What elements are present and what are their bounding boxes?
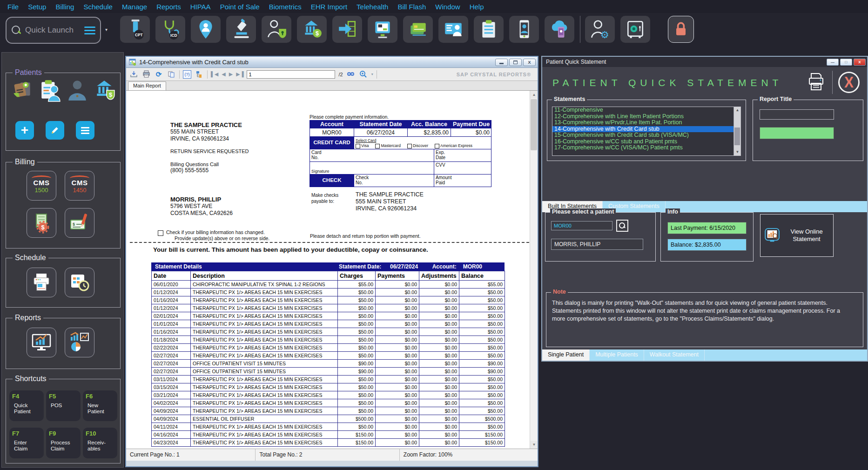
scroll-up-icon[interactable]: ▲ [734, 107, 741, 114]
statement-mode-tab[interactable]: Multiple Patients [590, 349, 644, 361]
data-vault-button[interactable] [620, 16, 650, 43]
bank-deposits-button[interactable]: $ [297, 16, 327, 43]
qs-minimize-button[interactable]: — [827, 59, 839, 66]
menu-item[interactable]: Reports [152, 1, 186, 13]
zoom-caret-icon[interactable]: ▾ [371, 72, 373, 76]
shortcut-tile[interactable]: F9 Process Claim [46, 428, 81, 458]
payments-button[interactable] [403, 16, 433, 43]
statement-list-item[interactable]: 12-Comprehensive with Line Item Patient … [552, 114, 740, 120]
refresh-report-button[interactable]: ⟳ [154, 70, 163, 79]
cms-1450-button[interactable]: CMS 1450 [65, 171, 94, 201]
prev-page-button[interactable]: ◀ [222, 71, 225, 77]
shortcut-tile[interactable]: F4 Quick Patient [9, 390, 44, 421]
menu-item[interactable]: Window [431, 1, 464, 13]
report-viewer-button[interactable] [27, 328, 56, 357]
patient-id-card-button[interactable] [438, 16, 468, 43]
page-number-input[interactable] [247, 70, 335, 79]
menu-item[interactable]: Billing [51, 1, 79, 13]
report-title-input[interactable] [760, 109, 834, 120]
patient-list-button[interactable] [76, 121, 94, 140]
group-tree-button[interactable] [195, 70, 204, 79]
qs-restore-button[interactable]: □ [840, 59, 852, 66]
tab-main-report[interactable]: Main Report [128, 81, 166, 90]
patient-cards-icon[interactable] [11, 79, 34, 104]
statement-mode-tab[interactable]: Single Patient [542, 349, 590, 361]
cpt-codes-button[interactable]: CPT [120, 16, 150, 43]
find-text-button[interactable] [346, 70, 356, 79]
close-button[interactable]: X [523, 59, 536, 66]
icd-codes-button[interactable]: ICD [155, 16, 185, 43]
minimize-button[interactable] [495, 59, 508, 66]
menu-item[interactable]: Bill Flash [393, 1, 431, 13]
qs-dialog-close-button[interactable]: X [838, 72, 860, 93]
first-page-button[interactable]: ▌◀ [211, 71, 218, 77]
statement-list-item[interactable]: 14-Comprehensive with Credit Card stub [552, 126, 740, 133]
menu-item[interactable]: Point of Sale [215, 1, 264, 13]
scroll-thumb[interactable] [531, 99, 537, 150]
menu-item[interactable]: Help [465, 1, 489, 13]
print-report-button[interactable] [141, 70, 151, 79]
quick-launch-caret-icon[interactable]: ▾ [105, 27, 108, 32]
menu-item[interactable]: HIPAA [186, 1, 215, 13]
process-statements-button[interactable]: $ [27, 208, 56, 238]
cloud-mobile-sync-button[interactable] [545, 16, 574, 43]
analytics-button[interactable] [65, 328, 94, 357]
next-page-button[interactable]: ▶ [229, 71, 233, 77]
print-statement-button[interactable] [806, 72, 826, 92]
shortcut-tile[interactable]: F7 Enter Claim [9, 428, 44, 458]
report-title-color-swatch[interactable] [760, 127, 834, 139]
patient-chart-icon[interactable] [38, 79, 61, 104]
user-settings-button[interactable]: ⚙ [585, 16, 615, 43]
zoom-button[interactable] [359, 70, 368, 79]
qs-close-button[interactable]: X [854, 59, 866, 66]
data-import-button[interactable] [332, 16, 362, 43]
menu-item[interactable]: File [3, 1, 23, 13]
lock-session-button[interactable] [668, 16, 694, 43]
patient-billing-icon[interactable]: $ [93, 79, 116, 104]
statement-list-item[interactable]: 17-Comprehensive w/CC (VISA/MC) Patient … [552, 145, 740, 151]
statements-scrollbar[interactable]: ▲ ▼ [733, 107, 740, 155]
scroll-up-icon[interactable]: ▲ [530, 91, 538, 99]
menu-item[interactable]: EHR Import [306, 1, 352, 13]
copy-button[interactable] [167, 70, 176, 79]
menu-item[interactable]: Telehealth [352, 1, 393, 13]
cms-1500-button[interactable]: CMS 1500 [27, 171, 56, 201]
report-scrollbar[interactable]: ▲ ▼ [530, 91, 538, 449]
patient-code-input[interactable] [551, 221, 612, 230]
edit-patient-button[interactable] [46, 121, 64, 140]
provider-locator-button[interactable] [191, 16, 221, 43]
statements-listbox[interactable]: 11-Comprehensive12-Comprehensive with Li… [552, 107, 741, 156]
print-schedule-button[interactable] [27, 268, 56, 297]
scroll-down-icon[interactable]: ▼ [530, 441, 538, 449]
telehealth-mobile-button[interactable] [509, 16, 539, 43]
workstation-button[interactable] [368, 16, 397, 43]
export-report-button[interactable] [129, 70, 138, 79]
shortcut-tile[interactable]: F10 Receiv- ables [83, 428, 117, 458]
quick-launch-box[interactable]: Quick Launch [6, 17, 101, 44]
toggle-parameter-panel-button[interactable]: (?) [183, 70, 191, 79]
menu-item[interactable]: Schedule [79, 1, 117, 13]
statement-list-item[interactable]: 16-Comprehensive w/CC stub and Patient p… [552, 139, 740, 145]
statement-list-item[interactable]: 11-Comprehensive [552, 107, 740, 114]
shortcut-tile[interactable]: F6 New Patient [83, 390, 117, 421]
add-patient-button[interactable]: + [15, 121, 34, 140]
shortcut-tile[interactable]: F5 POS [46, 390, 81, 421]
patient-search-button[interactable] [616, 220, 628, 232]
last-page-button[interactable]: ▶▐ [236, 71, 243, 77]
statement-list-item[interactable]: 15-Comprehensive with Credit Card stub (… [552, 132, 740, 139]
scroll-thumb[interactable] [734, 128, 740, 145]
lab-tests-button[interactable] [226, 16, 256, 43]
menu-item[interactable]: Biometrics [264, 1, 306, 13]
statement-list-item[interactable]: 13-Comprehensive w/Prvdr,Line Item Pat. … [552, 120, 740, 126]
menu-icon[interactable] [84, 27, 95, 34]
appointments-button[interactable] [65, 268, 94, 297]
tasks-checklist-button[interactable] [474, 16, 504, 43]
patient-security-button[interactable] [262, 16, 291, 43]
qs-titlebar[interactable]: Patient Quick Statement — □ X [542, 57, 867, 67]
statement-mode-tab[interactable]: Walkout Statement [644, 349, 705, 361]
view-online-statement-button[interactable]: View Online Statement [760, 214, 834, 257]
patient-icon[interactable] [66, 79, 89, 104]
write-checks-button[interactable]: $ [65, 208, 94, 238]
menu-item[interactable]: Manage [117, 1, 152, 13]
menu-item[interactable]: Setup [23, 1, 51, 13]
